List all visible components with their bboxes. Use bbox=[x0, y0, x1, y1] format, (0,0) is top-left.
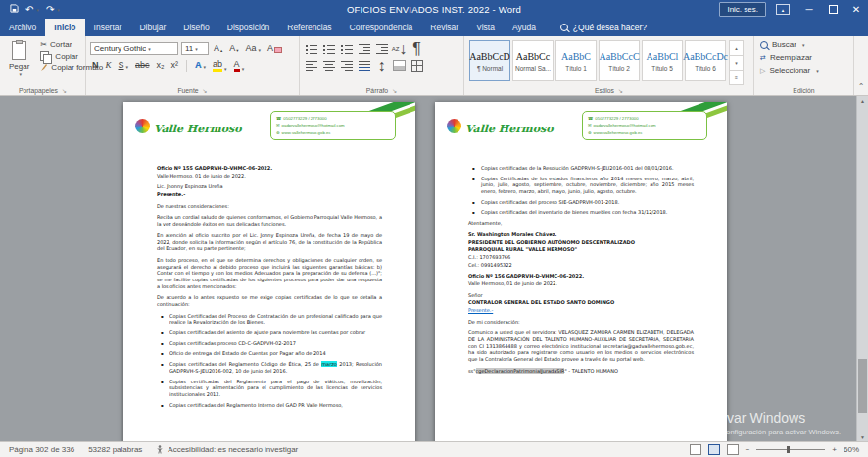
underline-button[interactable]: S▾ bbox=[117, 61, 131, 70]
font-family-select[interactable]: Century Gothic▾ bbox=[90, 42, 178, 55]
borders-button[interactable] bbox=[410, 59, 424, 72]
chevron-down-icon[interactable]: ▾ bbox=[36, 7, 39, 13]
line-spacing-button[interactable]: ↕ bbox=[374, 59, 389, 72]
style-titulo-2[interactable]: AaBbCcCTítulo 2 bbox=[599, 40, 640, 81]
shrink-font-button[interactable]: A▾ bbox=[227, 44, 240, 53]
close-button[interactable]: ✕ bbox=[844, 0, 868, 19]
ribbon-tab-strip: Archivo Inicio Insertar Dibujar Diseño D… bbox=[0, 19, 868, 36]
document-page-1[interactable]: Valle Hermoso ☎0502773229 / 2773000 ✉gad… bbox=[123, 102, 415, 442]
styles-gallery-more-button[interactable]: ≡ bbox=[729, 70, 744, 85]
tab-diseno[interactable]: Diseño bbox=[174, 19, 217, 36]
minimize-button[interactable]: ─ bbox=[797, 0, 821, 19]
sign-in-button[interactable]: Inic. ses. bbox=[719, 2, 766, 17]
strikethrough-button[interactable]: abc bbox=[133, 61, 152, 70]
page-indicator[interactable]: Página 302 de 336 bbox=[9, 445, 74, 454]
tab-insertar[interactable]: Insertar bbox=[85, 19, 131, 36]
grow-font-button[interactable]: A▴ bbox=[212, 44, 224, 53]
zoom-slider-thumb[interactable] bbox=[787, 446, 790, 453]
document-page-2[interactable]: Valle Hermoso ☎0502773229 / 2773000 ✉gad… bbox=[435, 102, 727, 442]
bullet-item: Copias certificadas del Reglamento para … bbox=[157, 379, 382, 398]
justify-button[interactable] bbox=[357, 59, 371, 72]
chevron-down-icon[interactable]: ▾ bbox=[57, 7, 60, 13]
eraser-icon bbox=[274, 47, 282, 53]
scroll-up-icon[interactable]: ▲ bbox=[857, 96, 868, 106]
numbered-list-button[interactable] bbox=[321, 42, 336, 55]
align-center-button[interactable] bbox=[321, 59, 336, 72]
scrollbar-thumb[interactable] bbox=[858, 359, 867, 413]
styles-scroll-up-button[interactable]: ▴ bbox=[729, 40, 744, 56]
zoom-level[interactable]: 60% bbox=[844, 445, 859, 454]
zoom-slider[interactable] bbox=[756, 449, 825, 450]
zoom-out-button[interactable]: − bbox=[746, 445, 750, 454]
email-icon: ✉ bbox=[276, 123, 280, 127]
decrease-indent-button[interactable] bbox=[357, 42, 371, 55]
doc-ci: C.I.: 1707693766 bbox=[468, 254, 694, 261]
show-paragraph-marks-button[interactable]: ¶ bbox=[410, 42, 424, 55]
select-cursor-icon: ▷ bbox=[760, 67, 765, 75]
maximize-button[interactable] bbox=[821, 0, 844, 19]
align-left-button[interactable] bbox=[304, 59, 318, 72]
highlight-color-button[interactable]: ab▾ bbox=[211, 60, 229, 72]
save-icon[interactable] bbox=[10, 4, 19, 15]
doc-paragraph: En todo proceso, en el que se determina … bbox=[157, 257, 382, 289]
clear-formatting-button[interactable]: A bbox=[265, 44, 284, 53]
print-layout-icon[interactable] bbox=[708, 444, 720, 455]
styles-scroll-down-button[interactable]: ▾ bbox=[729, 55, 744, 71]
style-titulo-1[interactable]: AaBbCTítulo 1 bbox=[555, 40, 597, 81]
redo-icon[interactable]: ↷ bbox=[46, 5, 54, 15]
word-count[interactable]: 53282 palabras bbox=[88, 445, 142, 454]
undo-icon[interactable]: ↶ bbox=[25, 5, 33, 15]
tab-disposicion[interactable]: Disposición bbox=[218, 19, 278, 36]
replace-button[interactable]: ⇄Reemplazar bbox=[758, 52, 849, 63]
sort-button[interactable]: AZ↓ bbox=[392, 42, 407, 55]
tab-archivo[interactable]: Archivo bbox=[0, 19, 45, 36]
font-size-select[interactable]: 11▾ bbox=[181, 42, 209, 55]
dialog-launcher-icon[interactable]: ↘ bbox=[618, 87, 623, 94]
page-body[interactable]: Oficio Nº 155 GADPRVH-D-VHMC-06-2022. Va… bbox=[123, 153, 415, 408]
italic-button[interactable]: K bbox=[104, 61, 114, 70]
doc-present-link[interactable]: Presente.- bbox=[468, 307, 694, 314]
zoom-in-button[interactable]: + bbox=[832, 445, 837, 454]
tell-me-search[interactable]: ¿Qué desea hacer? bbox=[560, 19, 647, 36]
style-titulo-5[interactable]: AaBbClTítulo 5 bbox=[642, 40, 683, 81]
format-painter-icon bbox=[40, 63, 48, 72]
text-effects-button[interactable]: A▾ bbox=[193, 61, 208, 70]
tab-inicio[interactable]: Inicio bbox=[45, 19, 84, 36]
tab-referencias[interactable]: Referencias bbox=[278, 19, 340, 36]
select-button[interactable]: ▷Seleccionar▾ bbox=[758, 65, 849, 76]
dialog-launcher-icon[interactable]: ↘ bbox=[62, 87, 67, 94]
find-button[interactable]: Buscar▾ bbox=[758, 39, 849, 50]
clipboard-icon bbox=[12, 41, 26, 60]
multilevel-list-button[interactable] bbox=[339, 42, 354, 55]
dialog-launcher-icon[interactable]: ↘ bbox=[392, 87, 397, 94]
bold-button[interactable]: N bbox=[90, 61, 101, 70]
increase-indent-button[interactable] bbox=[374, 42, 389, 55]
dialog-launcher-icon[interactable]: ↘ bbox=[203, 87, 208, 94]
style-normal-sa[interactable]: AaBbCcNormal Sa... bbox=[512, 40, 554, 81]
tab-dibujar[interactable]: Dibujar bbox=[130, 19, 174, 36]
doc-salutation: De mi consideración: bbox=[468, 319, 694, 326]
vallehermoso-logo-icon bbox=[447, 119, 461, 133]
align-right-button[interactable] bbox=[339, 59, 354, 72]
bullet-item: Copias certificadas del asiento de ajust… bbox=[157, 330, 382, 336]
style-titulo-6[interactable]: AaBbCcDcTítulo 6 bbox=[685, 40, 726, 81]
change-case-button[interactable]: Aa▾ bbox=[244, 44, 264, 53]
paste-button[interactable]: Pegar ▾ bbox=[4, 39, 34, 83]
accessibility-status[interactable]: Accesibilidad: es necesario investigar bbox=[156, 445, 298, 454]
page-body[interactable]: Copias certificadas de la Resolución GAD… bbox=[435, 153, 727, 375]
tab-vista[interactable]: Vista bbox=[467, 19, 504, 36]
subscript-button[interactable]: x₂ bbox=[155, 61, 167, 70]
bullet-list-button[interactable] bbox=[304, 42, 318, 55]
tab-ayuda[interactable]: Ayuda bbox=[504, 19, 545, 36]
web-layout-icon[interactable] bbox=[727, 444, 739, 455]
superscript-button[interactable]: x² bbox=[169, 61, 181, 70]
style-normal[interactable]: AaBbCcD¶ Normal bbox=[469, 40, 510, 81]
vertical-scrollbar[interactable]: ▲ ▼ bbox=[856, 96, 868, 442]
tab-revisar[interactable]: Revisar bbox=[421, 19, 467, 36]
ribbon-display-options-icon[interactable]: ▴ bbox=[776, 4, 790, 15]
collapse-ribbon-button[interactable]: ⌃ bbox=[854, 36, 868, 95]
read-mode-icon[interactable] bbox=[690, 444, 701, 455]
tab-correspondencia[interactable]: Correspondencia bbox=[341, 19, 422, 36]
font-color-button[interactable]: A▾ bbox=[232, 60, 247, 72]
shading-button[interactable] bbox=[392, 59, 407, 72]
